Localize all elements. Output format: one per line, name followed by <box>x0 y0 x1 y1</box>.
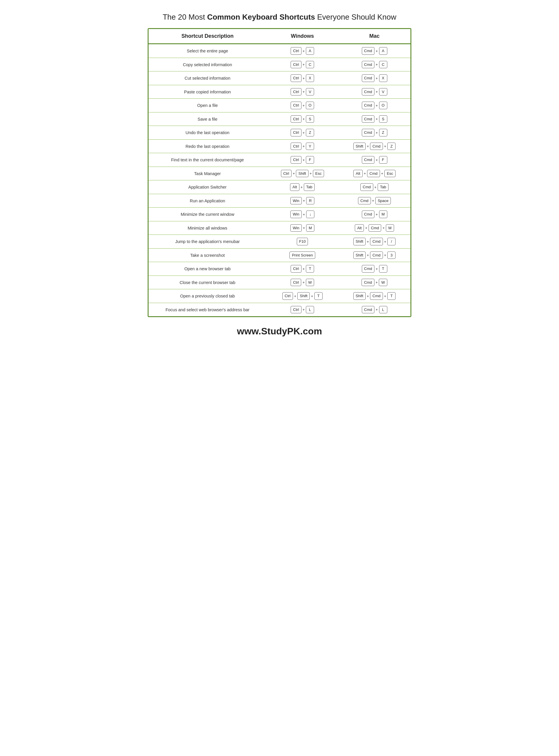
key-separator: + <box>375 280 378 285</box>
key-separator: + <box>309 171 312 176</box>
key-combo: Ctrl+T <box>291 265 314 273</box>
cell-description: Minimize all windows <box>149 221 266 235</box>
key-separator: + <box>382 226 385 230</box>
key: Ctrl <box>291 143 301 150</box>
key-combo: Cmd+A <box>362 47 387 55</box>
key: C <box>379 61 387 69</box>
key: Cmd <box>362 47 375 55</box>
cell-mac: Cmd+C <box>338 58 410 71</box>
cell-mac: Cmd+T <box>338 262 410 276</box>
key-combo: Cmd+W <box>361 279 387 286</box>
cell-windows: Alt+Tab <box>266 180 338 194</box>
key-separator: + <box>375 62 378 67</box>
page-container: The 20 Most Common Keyboard Shortcuts Ev… <box>148 12 411 738</box>
cell-description: Task Manager <box>149 167 266 180</box>
key-combo: Shift+Cmd+Z <box>353 143 396 150</box>
table-row: Minimize the current windowWin+↓Cmd+M <box>149 208 410 221</box>
key-combo: Alt+Cmd+M <box>355 224 394 232</box>
key-combo: Ctrl+Y <box>291 143 314 150</box>
key-combo: Alt+Tab <box>290 183 315 191</box>
cell-mac: Shift+Cmd+T <box>338 289 410 303</box>
cell-windows: Ctrl+S <box>266 112 338 126</box>
key-combo: Ctrl+S <box>291 115 314 123</box>
cell-windows: Ctrl+O <box>266 99 338 113</box>
key-separator: + <box>366 239 370 244</box>
cell-description: Select the entire page <box>149 44 266 58</box>
cell-windows: Ctrl+C <box>266 58 338 71</box>
key: / <box>387 238 396 245</box>
cell-description: Close the current browser tab <box>149 276 266 289</box>
key: S <box>379 115 387 123</box>
key: Cmd <box>362 129 375 137</box>
key-combo: Cmd+C <box>362 61 387 69</box>
table-row: Paste copied informationCtrl+VCmd+V <box>149 85 410 99</box>
key-separator: + <box>375 103 378 108</box>
cell-mac: Shift+Cmd+/ <box>338 235 410 249</box>
cell-description: Cut selected information <box>149 71 266 85</box>
key: Ctrl <box>283 292 293 300</box>
table-row: Open a fileCtrl+OCmd+O <box>149 99 410 113</box>
key: Cmd <box>362 115 375 123</box>
cell-windows: Ctrl+Shift+T <box>266 289 338 303</box>
key-combo: Cmd+O <box>362 102 387 109</box>
key: Ctrl <box>291 74 301 82</box>
key: Ctrl <box>291 61 301 69</box>
key-combo: Alt+Cmd+Esc <box>353 170 395 178</box>
cell-description: Application Switcher <box>149 180 266 194</box>
key: Esc <box>384 170 396 178</box>
key-combo: Shift+Cmd+T <box>353 292 396 300</box>
key: T <box>379 265 387 273</box>
cell-windows: Ctrl+Y <box>266 139 338 153</box>
key: Ctrl <box>281 170 291 178</box>
key-combo: Cmd+S <box>362 115 387 123</box>
key: Cmd <box>362 74 375 82</box>
key-combo: Shift+Cmd+3 <box>353 252 396 259</box>
key: Shift <box>353 292 366 300</box>
key: Cmd <box>360 183 373 191</box>
key: Cmd <box>362 88 375 96</box>
key-separator: + <box>303 307 305 312</box>
table-row: Cut selected informationCtrl+XCmd+X <box>149 71 410 85</box>
key: Shift <box>353 143 366 150</box>
cell-mac: Cmd+Tab <box>338 180 410 194</box>
key: Cmd <box>362 156 375 164</box>
key-separator: + <box>372 198 375 203</box>
shortcuts-table: Shortcut Description Windows Mac Select … <box>149 29 410 316</box>
table-row: Close the current browser tabCtrl+WCmd+W <box>149 276 410 289</box>
key: Shift <box>296 170 308 178</box>
key-separator: + <box>375 131 378 135</box>
key: V <box>379 88 387 96</box>
key-separator: + <box>311 294 313 298</box>
key: W <box>379 279 387 286</box>
key-combo: Cmd+Space <box>358 197 391 205</box>
key-separator: + <box>384 253 387 257</box>
cell-windows: Ctrl+Z <box>266 126 338 140</box>
key-separator: + <box>303 212 306 217</box>
key: Esc <box>313 170 324 178</box>
cell-windows: Win+M <box>266 221 338 235</box>
table-row: Open a new browser tabCtrl+TCmd+T <box>149 262 410 276</box>
cell-windows: F10 <box>266 235 338 249</box>
key: Alt <box>290 183 299 191</box>
key: Cmd <box>361 279 374 286</box>
main-title: The 20 Most Common Keyboard Shortcuts Ev… <box>148 12 411 22</box>
key-separator: + <box>366 144 370 148</box>
cell-windows: Ctrl+X <box>266 71 338 85</box>
cell-description: Open a previously closed tab <box>149 289 266 303</box>
key: L <box>379 306 387 313</box>
key-combo: Cmd+X <box>362 74 387 82</box>
cell-windows: Win+↓ <box>266 208 338 221</box>
key-separator: + <box>381 171 384 176</box>
key-combo: Cmd+M <box>362 211 387 218</box>
footer: www.StudyPK.com <box>148 326 411 337</box>
key-combo: Ctrl+A <box>291 47 314 55</box>
key: Cmd <box>370 143 383 150</box>
key-combo: Cmd+Tab <box>360 183 388 191</box>
key-combo: Win+M <box>290 224 314 232</box>
table-row: Open a previously closed tabCtrl+Shift+T… <box>149 289 410 303</box>
key: T <box>314 292 322 300</box>
cell-mac: Cmd+V <box>338 85 410 99</box>
key: Ctrl <box>291 88 301 96</box>
key: M <box>386 224 394 232</box>
key-combo: Ctrl+L <box>291 306 314 313</box>
